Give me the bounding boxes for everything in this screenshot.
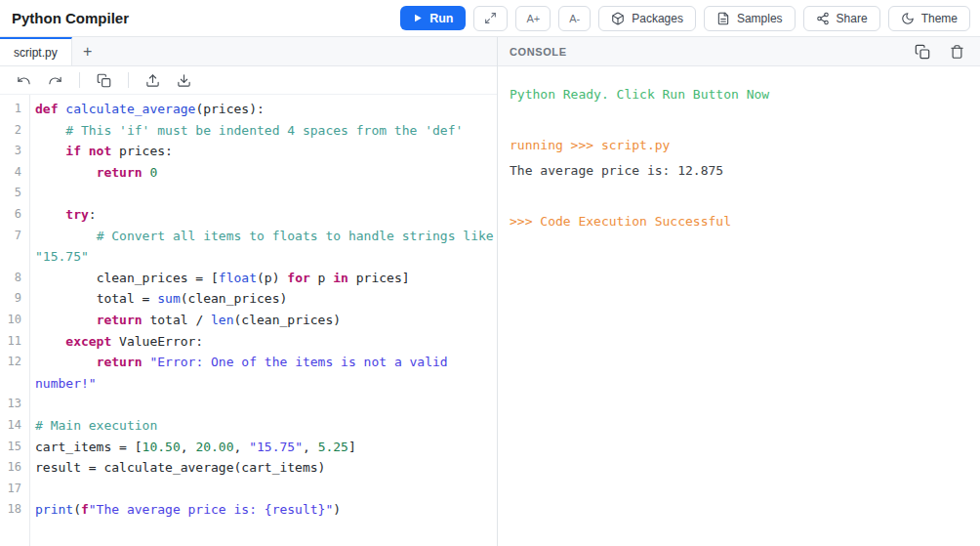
line-number: 1: [0, 99, 29, 120]
line-number: 2: [0, 120, 29, 142]
page-title: Python Compiler: [12, 10, 129, 26]
line-number: 4: [0, 162, 29, 184]
editor-panel: script.py + 1def calculat: [0, 37, 498, 546]
code-line[interactable]: 8 clean_prices = [float(p) for p in pric…: [0, 268, 497, 289]
code-line[interactable]: 5: [0, 183, 497, 204]
line-number: 8: [0, 268, 29, 289]
code-line[interactable]: 2 # This 'if' must be indented 4 spaces …: [0, 120, 497, 142]
main-area: script.py + 1def calculat: [0, 37, 980, 546]
line-number: 12: [0, 352, 29, 373]
play-icon: [413, 13, 423, 23]
theme-button-label: Theme: [921, 12, 958, 25]
code-line[interactable]: 16result = calculate_average(cart_items): [0, 457, 497, 479]
line-number: 10: [0, 310, 29, 331]
code-line[interactable]: 18print(f"The average price is: {result}…: [0, 499, 497, 521]
line-number: 5: [0, 183, 29, 204]
undo-button[interactable]: [12, 70, 36, 91]
new-tab-button[interactable]: +: [72, 37, 103, 65]
font-increase-button[interactable]: A+: [515, 6, 551, 31]
code-line[interactable]: 11 except ValueError:: [0, 331, 497, 353]
code-editor[interactable]: 1def calculate_average(prices):2 # This …: [0, 95, 497, 546]
copy-code-button[interactable]: [92, 70, 116, 91]
line-number: 6: [0, 204, 29, 226]
run-button[interactable]: Run: [400, 6, 466, 30]
line-number: 14: [0, 415, 29, 437]
editor-toolbar: [0, 66, 497, 95]
code-line[interactable]: 3 if not prices:: [0, 141, 497, 162]
moon-icon: [901, 12, 915, 25]
code-line[interactable]: 13: [0, 394, 497, 415]
copy-icon: [97, 73, 111, 88]
console-title: CONSOLE: [510, 46, 567, 58]
console-line: >>> Code Execution Successful: [510, 209, 968, 234]
code-line[interactable]: 7 # Convert all items to floats to handl…: [0, 226, 497, 268]
console-line: The average price is: 12.875: [510, 158, 968, 184]
header-controls: Run A+ A- Packages Samples Share Theme: [400, 6, 970, 31]
copy-output-button[interactable]: [913, 42, 932, 62]
undo-icon: [17, 73, 31, 88]
upload-code-button[interactable]: [141, 70, 165, 91]
file-text-icon: [716, 12, 730, 25]
console-line: [510, 184, 968, 209]
app-header: Python Compiler Run A+ A- Packages Sampl…: [0, 0, 980, 37]
share-button-label: Share: [837, 12, 868, 25]
packages-button-label: Packages: [632, 12, 683, 25]
line-number: 17: [0, 479, 29, 500]
editor-tabbar: script.py +: [0, 37, 497, 66]
code-line[interactable]: 6 try:: [0, 204, 497, 226]
toolbar-separator: [128, 72, 129, 88]
upload-icon: [145, 73, 160, 88]
code-line[interactable]: 10 return total / len(clean_prices): [0, 310, 497, 331]
share-button[interactable]: Share: [803, 6, 880, 31]
share-icon: [816, 12, 830, 25]
download-icon: [177, 73, 191, 88]
console-line: running >>> script.py: [510, 133, 968, 158]
console-line: [510, 107, 968, 133]
copy-icon: [915, 44, 930, 60]
console-panel: CONSOLE Python Ready. Click Run Button N…: [498, 37, 980, 546]
font-decrease-button[interactable]: A-: [558, 6, 591, 31]
samples-button[interactable]: Samples: [704, 6, 796, 31]
code-line[interactable]: 1def calculate_average(prices):: [0, 99, 497, 120]
toolbar-separator: [79, 72, 80, 88]
gutter-divider: [29, 95, 30, 546]
run-button-label: Run: [429, 12, 453, 25]
redo-button[interactable]: [43, 70, 67, 91]
console-actions: [913, 42, 966, 62]
tab-script-py[interactable]: script.py: [0, 37, 72, 65]
packages-button[interactable]: Packages: [598, 6, 696, 31]
code-line[interactable]: 12 return "Error: One of the items is no…: [0, 352, 497, 394]
tab-script-py-label: script.py: [14, 46, 58, 60]
code-line[interactable]: 9 total = sum(clean_prices): [0, 288, 497, 310]
clear-console-button[interactable]: [948, 42, 966, 62]
theme-button[interactable]: Theme: [888, 6, 970, 31]
download-code-button[interactable]: [172, 70, 196, 91]
code-line[interactable]: 17: [0, 479, 497, 500]
line-number: 11: [0, 331, 29, 353]
line-number: 18: [0, 499, 29, 521]
code-line[interactable]: 14# Main execution: [0, 415, 497, 437]
line-number: 9: [0, 288, 29, 310]
line-number: 3: [0, 141, 29, 162]
line-number: 16: [0, 457, 29, 479]
console-line: Python Ready. Click Run Button Now: [510, 82, 968, 107]
line-number: 15: [0, 437, 29, 458]
console-output: Python Ready. Click Run Button Now runni…: [498, 66, 980, 546]
code-lines: 1def calculate_average(prices):2 # This …: [0, 99, 497, 521]
fullscreen-button[interactable]: [473, 6, 508, 31]
trash-icon: [950, 44, 964, 60]
fullscreen-icon: [484, 12, 497, 24]
code-line[interactable]: 4 return 0: [0, 162, 497, 184]
code-line[interactable]: 15cart_items = [10.50, 20.00, "15.75", 5…: [0, 437, 497, 458]
package-icon: [611, 12, 625, 25]
redo-icon: [48, 73, 62, 88]
console-header: CONSOLE: [498, 37, 980, 66]
samples-button-label: Samples: [737, 12, 783, 25]
line-number: 7: [0, 226, 29, 247]
line-number: 13: [0, 394, 29, 415]
